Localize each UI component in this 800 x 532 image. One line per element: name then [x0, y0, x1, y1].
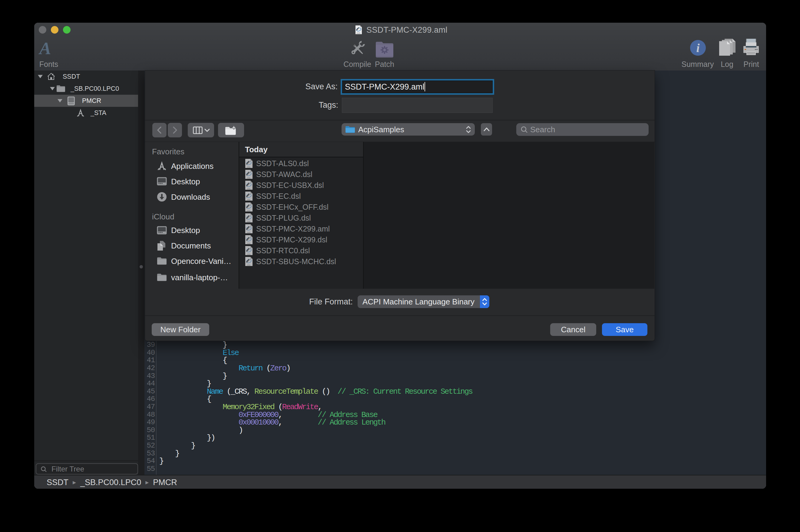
svg-text:DSL: DSL: [247, 199, 251, 201]
svg-text:DSL: DSL: [247, 177, 251, 179]
svg-text:i: i: [696, 41, 700, 55]
svg-text:DSL: DSL: [247, 264, 251, 266]
svg-text:DSL: DSL: [247, 166, 251, 168]
svg-text:DSL: DSL: [247, 188, 251, 190]
svg-text:DSL: DSL: [247, 221, 251, 223]
svg-text:AML: AML: [356, 32, 361, 34]
svg-text:DSL: DSL: [247, 242, 251, 244]
svg-text:AML: AML: [247, 231, 251, 233]
svg-text:DSL: DSL: [247, 210, 251, 211]
svg-text:DSL: DSL: [247, 253, 251, 255]
